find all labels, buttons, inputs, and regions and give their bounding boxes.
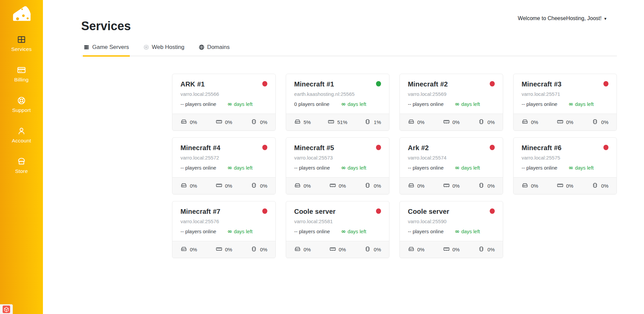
ram-usage: 0% [443, 118, 460, 126]
players-online: -- players online [408, 229, 455, 234]
sidebar-item-label: Billing [14, 77, 29, 83]
ram-usage: 0% [443, 182, 460, 190]
days-left-label: days left [347, 165, 366, 171]
tab-game-servers[interactable]: Game Servers [83, 42, 130, 57]
tab-web-hosting[interactable]: Web Hosting [143, 42, 185, 57]
disk-usage: 0% [294, 246, 311, 253]
server-stack-icon [84, 44, 90, 50]
grid-icon [17, 35, 26, 44]
cpu-usage: 0% [592, 118, 608, 126]
server-name: Minecraft #6 [522, 144, 561, 152]
server-card[interactable]: Minecraft #2 varro.local:25569 -- player… [399, 74, 503, 131]
server-address: varro.local:25571 [522, 91, 608, 97]
server-card[interactable]: Minecraft #4 varro.local:25572 -- player… [172, 137, 276, 194]
laravel-debugbar-toggle[interactable] [0, 304, 13, 314]
server-address: varro.local:25573 [294, 155, 381, 161]
infinity-icon: ∞ [227, 229, 232, 234]
days-left-label: days left [234, 165, 253, 171]
cpu-icon [478, 182, 485, 190]
status-dot [262, 81, 267, 86]
ram-usage: 0% [557, 182, 574, 190]
disk-usage: 0% [522, 182, 538, 190]
status-dot [603, 81, 608, 86]
disk-icon [294, 246, 301, 253]
cheese-logo[interactable] [11, 4, 32, 22]
days-left: ∞ days left [341, 101, 366, 107]
server-card[interactable]: Ark #2 varro.local:25574 -- players onli… [399, 137, 503, 194]
players-online: -- players online [408, 101, 455, 107]
sidebar-item-label: Store [15, 168, 28, 174]
days-left: ∞ days left [569, 101, 594, 107]
disk-icon [522, 182, 528, 190]
sidebar-item-label: Services [11, 46, 32, 52]
days-left: ∞ days left [341, 229, 366, 234]
page-title: Services [81, 19, 617, 33]
server-address: varro.local:25574 [408, 155, 495, 161]
days-left-label: days left [347, 101, 366, 107]
days-left-label: days left [234, 229, 253, 234]
status-dot [376, 145, 381, 150]
cpu-usage: 0% [478, 246, 495, 253]
disk-icon [408, 118, 415, 126]
sidebar-item-store[interactable]: Store [0, 157, 43, 174]
sidebar-item-support[interactable]: Support [0, 96, 43, 113]
players-online: -- players online [294, 165, 341, 171]
ram-icon [329, 182, 336, 190]
sidebar-item-billing[interactable]: Billing [0, 66, 43, 83]
days-left: ∞ days left [341, 165, 366, 171]
server-name: Coole server [294, 208, 336, 215]
players-online: -- players online [180, 165, 227, 171]
server-card[interactable]: Coole server varro.local:25581 -- player… [286, 201, 389, 258]
players-online: -- players online [408, 165, 455, 171]
disk-icon [294, 182, 301, 190]
server-card[interactable]: Coole server varro.local:25590 -- player… [399, 201, 503, 258]
ram-icon [443, 182, 450, 190]
days-left-label: days left [575, 101, 594, 107]
infinity-icon: ∞ [455, 165, 460, 171]
days-left-label: days left [461, 101, 480, 107]
disk-usage: 5% [294, 118, 311, 126]
ram-icon [216, 118, 222, 126]
infinity-icon: ∞ [455, 229, 460, 234]
server-name: Minecraft #3 [522, 80, 561, 88]
server-address: varro.local:25576 [180, 218, 267, 224]
server-address: varro.local:25581 [294, 218, 381, 224]
ram-icon [216, 246, 222, 253]
web-sphere-icon [143, 44, 149, 50]
ram-usage: 0% [443, 246, 460, 253]
status-dot [376, 208, 381, 214]
disk-usage: 0% [180, 118, 197, 126]
server-address: varro.local:25572 [180, 155, 267, 161]
sidebar-item-account[interactable]: Account [0, 127, 43, 144]
cpu-icon [592, 118, 598, 126]
server-card[interactable]: Minecraft #6 varro.local:25575 -- player… [513, 137, 617, 194]
disk-usage: 0% [180, 246, 197, 253]
status-dot [490, 208, 495, 214]
tab-domains[interactable]: Domains [198, 42, 230, 57]
players-online: -- players online [294, 229, 341, 234]
disk-icon [180, 246, 187, 253]
ram-usage: 0% [216, 182, 232, 190]
server-card[interactable]: Minecraft #7 varro.local:25576 -- player… [172, 201, 276, 258]
server-address: earth.kaashosting.nl:25565 [294, 91, 381, 97]
status-dot [262, 145, 267, 150]
tab-label: Game Servers [92, 44, 129, 51]
server-card[interactable]: ARK #1 varro.local:25566 -- players onli… [172, 74, 276, 131]
players-online: 0 players online [294, 101, 341, 107]
ram-icon [443, 118, 450, 126]
server-card[interactable]: Minecraft #1 earth.kaashosting.nl:25565 … [286, 74, 389, 131]
server-name: Minecraft #5 [294, 144, 334, 152]
infinity-icon: ∞ [341, 229, 346, 234]
status-dot [490, 145, 495, 150]
server-card[interactable]: Minecraft #3 varro.local:25571 -- player… [513, 74, 617, 131]
server-name: ARK #1 [180, 80, 205, 88]
sidebar-item-services[interactable]: Services [0, 35, 43, 52]
store-icon [17, 157, 26, 166]
disk-usage: 0% [522, 118, 538, 126]
server-name: Minecraft #2 [408, 80, 448, 88]
server-name: Coole server [408, 208, 449, 215]
server-card[interactable]: Minecraft #5 varro.local:25573 -- player… [286, 137, 389, 194]
disk-icon [522, 118, 528, 126]
disk-icon [180, 182, 187, 190]
disk-usage: 0% [408, 182, 425, 190]
